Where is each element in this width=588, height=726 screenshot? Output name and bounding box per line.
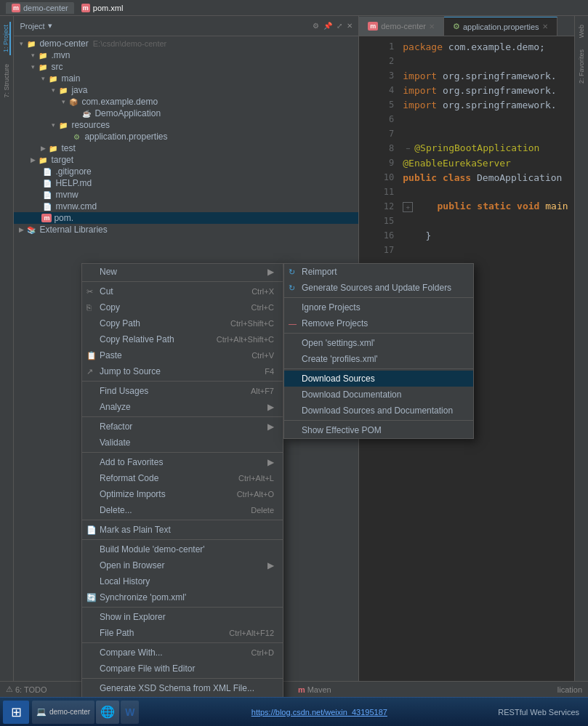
tree-item-main[interactable]: ▾ 📁 main <box>14 73 358 84</box>
menu-item-copy-relative-path[interactable]: Copy Relative Path Ctrl+Alt+Shift+C <box>82 331 283 347</box>
menu-item-jump-source[interactable]: ↗ Jump to Source F4 <box>82 363 283 379</box>
tree-label-gitignore: .gitignore <box>55 166 91 177</box>
line-number-17: 17 <box>365 245 394 255</box>
panel-pin-icon[interactable]: 📌 <box>323 22 332 30</box>
code-line-11: 11 <box>359 185 573 199</box>
menu-item-reformat[interactable]: Reformat Code Ctrl+Alt+L <box>82 470 283 486</box>
editor-tab-demo-center[interactable]: m demo-center ✕ <box>359 17 444 36</box>
sidebar-item-favorites[interactable]: 2: Favorites <box>578 47 585 86</box>
shortcut-cut: Ctrl+X <box>240 287 274 296</box>
title-tab-pom[interactable]: m pom.xml <box>76 2 129 14</box>
sub-menu-item-download-docs[interactable]: Download Documentation <box>284 387 473 403</box>
arrow-src: ▾ <box>28 63 37 70</box>
title-tab-demo-center[interactable]: m demo-center <box>6 2 74 14</box>
sub-menu-item-open-settings[interactable]: Open 'settings.xml' <box>284 335 473 351</box>
tree-item-gitignore[interactable]: 📄 .gitignore <box>14 166 358 177</box>
menu-item-show-explorer[interactable]: Show in Explorer <box>82 609 283 625</box>
arrow-java: ▾ <box>49 86 57 94</box>
tree-item-demo-app[interactable]: ☕ DemoApplication <box>14 108 358 119</box>
tree-label-target: target <box>51 155 73 165</box>
taskbar-word-btn[interactable]: W <box>121 701 139 724</box>
menu-item-validate[interactable]: Validate <box>82 435 283 451</box>
tree-label-pom: pom. <box>54 213 73 223</box>
menu-item-find-usages[interactable]: Find Usages Alt+F7 <box>82 383 283 399</box>
taskbar-chrome-btn[interactable]: 🌐 <box>96 701 119 724</box>
menu-item-add-favorites[interactable]: Add to Favorites ▶ <box>82 454 283 470</box>
line-number-3: 3 <box>365 70 394 81</box>
tree-item-mvnw-cmd[interactable]: 📄 mvnw.cmd <box>14 201 358 212</box>
panel-dropdown-icon[interactable]: ▾ <box>48 21 52 31</box>
cut-icon: ✂ <box>86 287 93 297</box>
paste-icon: 📋 <box>86 351 97 360</box>
tree-label-mvnw: mvnw <box>55 190 78 200</box>
sub-menu-item-download-sources[interactable]: Download Sources <box>284 371 473 387</box>
code-line-15: 15 <box>359 214 573 228</box>
tree-label-external: External Libraries <box>39 225 107 235</box>
menu-item-mark-plain[interactable]: 📄 Mark as Plain Text <box>82 522 283 538</box>
tree-item-test[interactable]: ▶ 📁 test <box>14 142 358 154</box>
tree-item-src[interactable]: ▾ 📁 src <box>14 61 358 73</box>
start-icon: ⊞ <box>11 704 22 720</box>
menu-item-copy[interactable]: ⎘ Copy Ctrl+C <box>82 299 283 315</box>
menu-item-generate-xsd[interactable]: Generate XSD Schema from XML File... <box>82 680 283 696</box>
taskbar-intellij-btn[interactable]: 💻 demo-center <box>32 701 94 724</box>
line-number-2: 2 <box>365 56 394 66</box>
menu-item-refactor[interactable]: Refactor ▶ <box>82 419 283 435</box>
line-number-6: 6 <box>365 114 394 124</box>
tree-item-root[interactable]: ▾ 📁 demo-center E:\csdn\demo-center <box>14 38 358 49</box>
left-side-tabs: 1: Project 7: Structure <box>0 16 14 726</box>
tree-item-external[interactable]: ▶ 📚 External Libraries <box>14 224 358 235</box>
tree-label-help: HELP.md <box>55 178 92 188</box>
menu-item-optimize-imports[interactable]: Optimize Imports Ctrl+Alt+O <box>82 486 283 502</box>
menu-item-copy-path[interactable]: Copy Path Ctrl+Shift+C <box>82 315 283 331</box>
menu-label-new: New <box>100 267 117 277</box>
menu-item-file-path[interactable]: File Path Ctrl+Alt+F12 <box>82 625 283 641</box>
menu-item-compare-file[interactable]: Compare File with Editor <box>82 661 283 677</box>
taskbar-start-button[interactable]: ⊞ <box>3 701 29 724</box>
panel-header: Project ▾ ⚙ 📌 ⤢ ✕ <box>14 16 358 36</box>
tree-item-help[interactable]: 📄 HELP.md <box>14 177 358 189</box>
menu-item-delete[interactable]: Delete... Delete <box>82 502 283 518</box>
menu-label-copy-relative-path: Copy Relative Path <box>100 334 174 344</box>
sub-menu-item-download-sources-docs[interactable]: Download Sources and Documentation <box>284 403 473 419</box>
sub-menu-item-remove-projects[interactable]: — Remove Projects <box>284 315 473 331</box>
tree-label-root: demo-center <box>39 39 88 49</box>
panel-expand-icon[interactable]: ⤢ <box>337 22 342 30</box>
sub-menu-item-reimport[interactable]: ↻ Reimport <box>284 264 473 280</box>
editor-tab-close-demo[interactable]: ✕ <box>429 23 435 31</box>
tree-item-resources[interactable]: ▾ 📁 resources <box>14 119 358 131</box>
reimport-icon: ↻ <box>289 267 295 277</box>
status-maven[interactable]: m Maven <box>298 685 331 694</box>
panel-settings-icon[interactable]: ⚙ <box>313 22 319 30</box>
menu-item-analyze[interactable]: Analyze ▶ <box>82 399 283 415</box>
line-content-4: import org.springframework. <box>403 85 556 96</box>
shortcut-optimize-imports: Ctrl+Alt+O <box>225 490 274 499</box>
menu-item-paste[interactable]: 📋 Paste Ctrl+V <box>82 347 283 363</box>
menu-item-synchronize[interactable]: 🔄 Synchronize 'pom.xml' <box>82 589 283 605</box>
tree-item-mvn[interactable]: ▾ 📁 .mvn <box>14 49 358 61</box>
tree-item-target[interactable]: ▶ 📁 target <box>14 154 358 166</box>
menu-item-open-browser[interactable]: Open in Browser ▶ <box>82 557 283 573</box>
sidebar-item-project[interactable]: 1: Project <box>2 22 11 55</box>
tree-item-java[interactable]: ▾ 📁 java <box>14 84 358 96</box>
sub-menu-item-ignore-projects[interactable]: Ignore Projects <box>284 299 473 315</box>
editor-tab-close-props[interactable]: ✕ <box>542 23 548 31</box>
sub-menu-item-generate-sources[interactable]: ↻ Generate Sources and Update Folders <box>284 280 473 296</box>
status-todo[interactable]: ⚠ 6: TODO <box>6 685 47 694</box>
menu-item-new[interactable]: New ▶ <box>82 264 283 280</box>
menu-item-build-module[interactable]: Build Module 'demo-center' <box>82 541 283 557</box>
panel-close-icon[interactable]: ✕ <box>347 22 353 30</box>
sub-menu-item-create-profiles[interactable]: Create 'profiles.xml' <box>284 351 473 367</box>
sub-menu-item-show-effective-pom[interactable]: Show Effective POM <box>284 422 473 438</box>
tree-item-app-props[interactable]: ⚙ application.properties <box>14 131 358 142</box>
menu-item-compare-with[interactable]: Compare With... Ctrl+D <box>82 645 283 661</box>
folder-icon-resources: 📁 <box>57 120 69 130</box>
tree-item-pom[interactable]: m pom. <box>14 212 358 224</box>
menu-item-cut[interactable]: ✂ Cut Ctrl+X <box>82 283 283 299</box>
menu-item-local-history[interactable]: Local History <box>82 573 283 589</box>
tree-item-mvnw[interactable]: 📄 mvnw <box>14 189 358 201</box>
sidebar-item-web[interactable]: Web <box>578 22 585 41</box>
editor-tab-app-props[interactable]: ⚙ application.properties ✕ <box>444 17 557 36</box>
tree-item-package[interactable]: ▾ 📦 com.example.demo <box>14 96 358 108</box>
sidebar-item-structure[interactable]: 7: Structure <box>3 61 10 101</box>
